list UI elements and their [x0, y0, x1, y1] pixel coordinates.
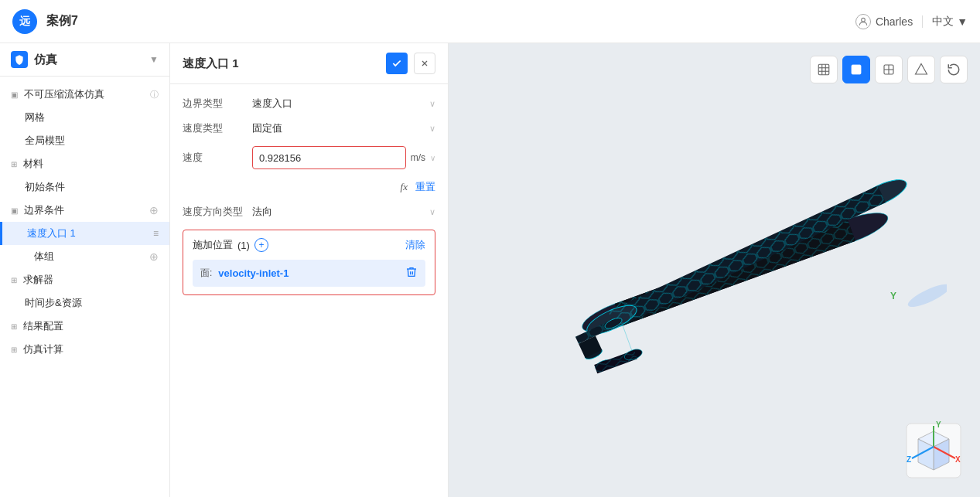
sidebar-header: 仿真 ▼	[0, 43, 169, 77]
panel-close-button[interactable]	[414, 53, 435, 74]
boundary-type-select[interactable]: 速度入口 ∨	[252, 97, 435, 111]
direction-type-arrow-icon: ∨	[429, 207, 435, 217]
apply-header: 施加位置 (1) + 清除	[193, 238, 425, 252]
fx-label: fx	[401, 181, 408, 193]
nav-item-label: 结果配置	[23, 319, 63, 333]
y-axis-label: Y	[890, 291, 896, 301]
topbar: 远 案例7 Charles 中文 ▼	[0, 0, 980, 43]
svg-text:Y: Y	[936, 420, 941, 429]
nav-sub-item-label: 速度入口 1	[27, 226, 76, 240]
direction-type-value: 法向	[252, 205, 272, 219]
nav-item-label: 材料	[23, 157, 43, 171]
svg-point-25	[905, 280, 946, 311]
sidebar-item-sim-compute[interactable]: ⊞ 仿真计算	[0, 338, 169, 361]
add-body-group-icon[interactable]: ⊕	[149, 250, 159, 263]
velocity-type-row: 速度类型 固定值 ∨	[183, 121, 435, 135]
sidebar-title: 仿真	[34, 53, 57, 67]
item-menu-icon[interactable]: ≡	[153, 228, 159, 239]
expand-icon: ▣	[11, 206, 18, 215]
sidebar: 仿真 ▼ ▣ 不可压缩流体仿真 ⓘ 网格 全局模型 ⊞ 材料	[0, 43, 170, 497]
sidebar-item-initial-condition[interactable]: 初始条件	[0, 175, 169, 199]
boundary-type-row: 边界类型 速度入口 ∨	[183, 97, 435, 111]
main-layout: 仿真 ▼ ▣ 不可压缩流体仿真 ⓘ 网格 全局模型 ⊞ 材料	[0, 43, 980, 497]
sidebar-collapse-arrow-icon[interactable]: ▼	[149, 54, 159, 65]
nav-item-label: 求解器	[23, 273, 53, 287]
3d-model-area	[449, 43, 980, 497]
app-title: 案例7	[46, 13, 78, 29]
expand-icon: ⊞	[11, 276, 17, 284]
sidebar-item-boundary-condition[interactable]: ▣ 边界条件 ⊕	[0, 199, 169, 222]
expand-icon: ⊞	[11, 322, 17, 331]
expand-icon: ⊞	[11, 346, 17, 354]
direction-type-select[interactable]: 法向 ∨	[252, 205, 435, 219]
apply-item: 面: velocity-inlet-1	[193, 260, 425, 287]
expand-icon: ▣	[11, 90, 18, 99]
language-arrow-icon: ▼	[957, 15, 968, 28]
apply-item-face-label: 面:	[200, 267, 212, 280]
sidebar-header-left: 仿真	[11, 51, 57, 68]
user-name: Charles	[876, 15, 913, 28]
velocity-label: 速度	[183, 151, 252, 165]
reset-link[interactable]: 重置	[415, 180, 435, 194]
language-selector[interactable]: 中文 ▼	[932, 15, 968, 29]
nav-sub-item-label: 时间步&资源	[25, 296, 82, 310]
fx-row: fx 重置	[183, 180, 435, 194]
svg-text:X: X	[955, 455, 961, 464]
svg-text:Z: Z	[907, 455, 911, 464]
language-label: 中文	[932, 15, 954, 29]
nav-sub-item-label: 全局模型	[25, 134, 65, 148]
logo-text: 远	[19, 15, 30, 29]
velocity-row: 速度 m/s ∨	[183, 146, 435, 169]
add-boundary-icon[interactable]: ⊕	[149, 204, 159, 216]
user-avatar-icon	[855, 14, 871, 29]
topbar-right: Charles 中文 ▼	[855, 14, 968, 29]
velocity-input-wrapper: m/s ∨	[252, 146, 435, 169]
topbar-left: 远 案例7	[12, 9, 78, 34]
sidebar-item-incompressible[interactable]: ▣ 不可压缩流体仿真 ⓘ	[0, 83, 169, 106]
nav-sub-item-label: 体组	[34, 250, 54, 264]
sidebar-item-material[interactable]: ⊞ 材料	[0, 152, 169, 175]
velocity-unit-arrow-icon[interactable]: ∨	[430, 154, 435, 162]
apply-position-label: 施加位置	[193, 238, 233, 252]
expand-icon: ⊞	[11, 160, 17, 169]
svg-rect-31	[607, 186, 885, 328]
velocity-input[interactable]	[252, 146, 406, 169]
sidebar-item-velocity-inlet-1[interactable]: 速度入口 1 ≡	[0, 222, 169, 245]
sidebar-item-global-model[interactable]: 全局模型	[0, 129, 169, 152]
panel-header: 速度入口 1	[170, 43, 448, 84]
apply-position-section: 施加位置 (1) + 清除 面: velocity-inlet-1	[183, 230, 435, 295]
sidebar-item-mesh[interactable]: 网格	[0, 106, 169, 129]
velocity-unit-label: m/s	[411, 152, 425, 163]
3d-model-svg	[483, 116, 947, 425]
panel: 速度入口 1 边界类型 速度入口 ∨	[170, 43, 449, 497]
nav-item-label: 仿真计算	[23, 342, 63, 356]
sidebar-item-body-group[interactable]: 体组 ⊕	[0, 245, 169, 268]
apply-position-count: (1)	[237, 240, 250, 251]
clear-button[interactable]: 清除	[405, 238, 425, 252]
panel-actions	[386, 53, 435, 74]
sidebar-item-timestep[interactable]: 时间步&资源	[0, 291, 169, 315]
boundary-type-arrow-icon: ∨	[429, 99, 435, 109]
nav-item-label: 边界条件	[24, 203, 64, 217]
sidebar-item-solver[interactable]: ⊞ 求解器	[0, 268, 169, 291]
velocity-type-value: 固定值	[252, 121, 282, 135]
apply-item-name: velocity-inlet-1	[218, 267, 399, 279]
user-info: Charles	[855, 14, 913, 29]
nav-sub-item-label: 网格	[25, 111, 45, 124]
sidebar-item-result-config[interactable]: ⊞ 结果配置	[0, 315, 169, 338]
info-icon: ⓘ	[150, 89, 159, 100]
boundary-type-label: 边界类型	[183, 97, 252, 111]
direction-type-label: 速度方向类型	[183, 205, 252, 219]
sidebar-nav: ▣ 不可压缩流体仿真 ⓘ 网格 全局模型 ⊞ 材料 初始条件	[0, 77, 169, 497]
velocity-type-select[interactable]: 固定值 ∨	[252, 121, 435, 135]
apply-add-icon[interactable]: +	[254, 238, 268, 252]
direction-type-row: 速度方向类型 法向 ∨	[183, 205, 435, 219]
velocity-type-arrow-icon: ∨	[429, 124, 435, 134]
nav-sub-item-label: 初始条件	[25, 180, 65, 194]
panel-title: 速度入口 1	[183, 56, 239, 71]
panel-confirm-button[interactable]	[386, 53, 408, 74]
axis-indicator: Y X Z	[903, 420, 965, 482]
apply-item-delete-icon[interactable]	[405, 266, 418, 281]
apply-header-left: 施加位置 (1) +	[193, 238, 268, 252]
viewport: Y Y X Z	[449, 43, 980, 497]
